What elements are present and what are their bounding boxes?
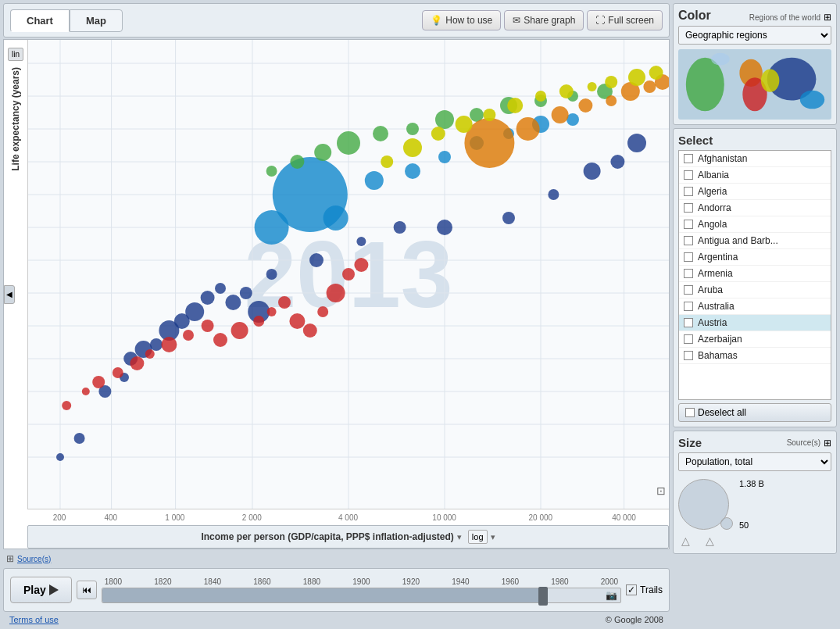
svg-point-58 <box>627 134 646 152</box>
envelope-icon: ✉ <box>513 15 520 26</box>
collapse-arrow[interactable]: ◀ <box>4 285 15 304</box>
terms-of-use-link[interactable]: Terms of use <box>9 615 59 624</box>
step-back-button[interactable]: ⏮ <box>77 581 97 599</box>
list-item[interactable]: Afghanistan <box>679 151 831 167</box>
svg-point-34 <box>56 453 64 461</box>
svg-point-114 <box>507 98 523 113</box>
svg-point-61 <box>92 376 105 388</box>
size-bubble-small <box>720 517 733 530</box>
svg-point-93 <box>373 126 388 141</box>
list-item[interactable]: Angola <box>679 216 831 233</box>
size-markers: △ △ <box>678 533 831 549</box>
svg-point-116 <box>559 84 574 98</box>
size-title: Size <box>678 436 702 449</box>
svg-point-44 <box>201 291 215 305</box>
svg-text:10 000: 10 000 <box>432 513 456 522</box>
svg-text:200: 200 <box>53 513 66 522</box>
country-checkbox <box>684 302 693 311</box>
x-axis-label-bar: Income per person (GDP/capita, PPP$ infl… <box>27 525 669 549</box>
size-section: Size Source(s) ⊞ Population, total 1.38 … <box>673 431 837 554</box>
list-item[interactable]: Austria <box>679 315 831 331</box>
full-screen-label: Full screen <box>608 15 654 26</box>
how-to-use-label: How to use <box>445 15 492 26</box>
sources-label[interactable]: Source(s) <box>17 555 51 563</box>
svg-point-90 <box>290 155 304 169</box>
svg-point-113 <box>483 109 495 121</box>
list-item[interactable]: Argentina <box>679 249 831 266</box>
list-item[interactable]: Andorra <box>679 200 831 216</box>
size-labels: 1.38 B 50 <box>739 479 764 530</box>
country-checkbox <box>684 236 693 245</box>
list-item[interactable]: Azerbaijan <box>679 331 831 348</box>
country-checkbox <box>684 154 693 163</box>
list-item[interactable]: Australia <box>679 298 831 315</box>
x-axis-type-toggle[interactable]: log <box>468 530 488 544</box>
camera-icon[interactable]: 📷 <box>606 590 617 601</box>
share-graph-button[interactable]: ✉ Share graph <box>504 10 584 30</box>
size-grid-icon[interactable]: ⊞ <box>824 438 831 449</box>
population-select[interactable]: Population, total <box>678 452 831 471</box>
size-source-label: Source(s) <box>787 438 820 447</box>
svg-point-66 <box>183 330 194 341</box>
y-axis-label: Life expectancy (years) <box>10 67 21 171</box>
world-map-svg <box>678 49 831 120</box>
svg-point-120 <box>649 66 663 80</box>
list-item[interactable]: Armenia <box>679 266 831 282</box>
x-ticks-svg: 200 400 1 000 2 000 4 000 10 000 20 000 … <box>27 509 669 525</box>
size-scale: 1.38 B 50 <box>678 476 831 533</box>
select-title: Select <box>678 134 831 147</box>
play-triangle-icon <box>49 584 59 595</box>
svg-point-134 <box>761 69 780 91</box>
svg-text:400: 400 <box>104 513 117 522</box>
svg-point-46 <box>225 295 241 310</box>
svg-point-102 <box>517 117 540 141</box>
country-checkbox <box>684 203 693 213</box>
geographic-regions-select[interactable]: Geographic regions <box>678 26 831 45</box>
list-item[interactable]: Albania <box>679 167 831 184</box>
trails-checkbox[interactable]: ✓ Trails <box>626 584 663 595</box>
svg-point-70 <box>253 316 264 327</box>
full-screen-button[interactable]: ⛶ Full screen <box>587 10 663 30</box>
svg-point-118 <box>605 76 617 88</box>
svg-point-65 <box>161 337 177 352</box>
list-item[interactable]: Algeria <box>679 184 831 200</box>
chart-grid[interactable]: 2013 <box>27 40 669 509</box>
country-checkbox <box>684 318 693 327</box>
x-axis-label: Income per person (GDP/capita, PPP$ infl… <box>201 531 453 542</box>
color-title: Color <box>678 9 711 23</box>
trails-label: Trails <box>640 584 663 595</box>
chart-svg: 85 80 75 70 65 60 55 50 45 40 35 30 25 <box>28 40 669 509</box>
fullscreen-icon: ⛶ <box>595 15 605 26</box>
deselect-checkbox <box>685 408 695 417</box>
svg-point-47 <box>240 287 252 299</box>
deselect-all-button[interactable]: Deselect all <box>678 403 831 422</box>
timeline-handle[interactable] <box>538 587 548 606</box>
size-min-label: 50 <box>739 520 764 530</box>
deselect-label: Deselect all <box>698 407 746 418</box>
list-item[interactable]: Bahamas <box>679 348 831 364</box>
country-checkbox <box>684 170 693 180</box>
how-to-use-button[interactable]: 💡 How to use <box>422 10 501 30</box>
svg-point-130 <box>686 58 724 112</box>
svg-point-103 <box>552 106 569 123</box>
svg-point-72 <box>278 296 291 309</box>
svg-point-117 <box>588 82 597 91</box>
svg-point-84 <box>438 151 451 163</box>
y-axis-toggle[interactable]: lin <box>8 48 23 61</box>
list-item[interactable]: Aruba <box>679 282 831 298</box>
svg-point-69 <box>231 322 248 339</box>
grid-options-icon[interactable]: ⊞ <box>824 12 831 23</box>
timeline-slider[interactable]: 📷 <box>102 588 621 603</box>
play-button[interactable]: Play <box>10 577 72 603</box>
svg-text:2 000: 2 000 <box>242 513 262 522</box>
svg-point-75 <box>317 306 328 317</box>
list-item[interactable]: Antigua and Barb... <box>679 233 831 249</box>
tab-map[interactable]: Map <box>70 9 123 32</box>
trails-check[interactable]: ✓ <box>626 584 637 595</box>
svg-point-50 <box>309 253 323 267</box>
tab-chart[interactable]: Chart <box>10 9 70 32</box>
country-list[interactable]: AfghanistanAlbaniaAlgeriaAndorraAngolaAn… <box>678 150 831 400</box>
marker-left: △ <box>681 534 690 547</box>
lightbulb-icon: 💡 <box>431 15 442 26</box>
right-panel: Color Regions of the world ⊞ Geographic … <box>673 3 837 626</box>
